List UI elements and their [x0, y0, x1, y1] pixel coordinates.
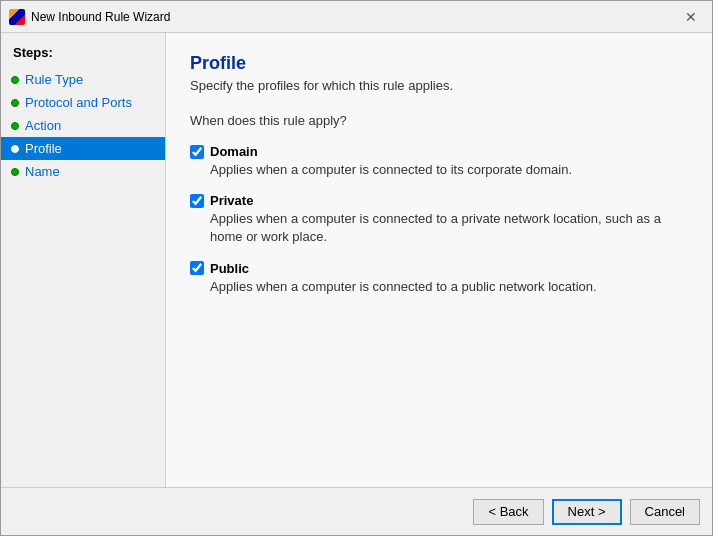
page-title: Profile	[190, 53, 688, 74]
cancel-button[interactable]: Cancel	[630, 499, 700, 525]
option-header-public: Public	[190, 261, 688, 276]
step-dot-action	[11, 122, 19, 130]
step-dot-protocol-ports	[11, 99, 19, 107]
title-bar: New Inbound Rule Wizard ✕	[1, 1, 712, 33]
checkbox-private[interactable]	[190, 194, 204, 208]
option-header-domain: Domain	[190, 144, 688, 159]
question-label: When does this rule apply?	[190, 113, 688, 128]
step-dot-profile	[11, 145, 19, 153]
sidebar-item-action[interactable]: Action	[1, 114, 165, 137]
sidebar-item-name[interactable]: Name	[1, 160, 165, 183]
option-group: DomainApplies when a computer is connect…	[190, 144, 688, 296]
sidebar-item-label: Rule Type	[25, 72, 83, 87]
sidebar-item-rule-type[interactable]: Rule Type	[1, 68, 165, 91]
sidebar: Steps: Rule TypeProtocol and PortsAction…	[1, 33, 166, 487]
step-dot-rule-type	[11, 76, 19, 84]
option-desc-private: Applies when a computer is connected to …	[210, 210, 688, 246]
back-button[interactable]: < Back	[473, 499, 543, 525]
option-desc-public: Applies when a computer is connected to …	[210, 278, 688, 296]
sidebar-item-label: Protocol and Ports	[25, 95, 132, 110]
sidebar-item-profile[interactable]: Profile	[1, 137, 165, 160]
wizard-icon	[9, 9, 25, 25]
sidebar-item-protocol-ports[interactable]: Protocol and Ports	[1, 91, 165, 114]
option-header-private: Private	[190, 193, 688, 208]
step-dot-name	[11, 168, 19, 176]
checkbox-public[interactable]	[190, 261, 204, 275]
checkbox-domain[interactable]	[190, 145, 204, 159]
option-item-public: PublicApplies when a computer is connect…	[190, 261, 688, 296]
content-area: Steps: Rule TypeProtocol and PortsAction…	[1, 33, 712, 487]
next-button[interactable]: Next >	[552, 499, 622, 525]
page-subtitle: Specify the profiles for which this rule…	[190, 78, 688, 93]
wizard-window: New Inbound Rule Wizard ✕ Steps: Rule Ty…	[0, 0, 713, 536]
main-panel: Profile Specify the profiles for which t…	[166, 33, 712, 487]
option-label-domain: Domain	[210, 144, 258, 159]
window-title: New Inbound Rule Wizard	[31, 10, 678, 24]
steps-label: Steps:	[1, 45, 165, 68]
option-label-private: Private	[210, 193, 253, 208]
option-item-private: PrivateApplies when a computer is connec…	[190, 193, 688, 246]
sidebar-item-label: Profile	[25, 141, 62, 156]
sidebar-item-label: Name	[25, 164, 60, 179]
close-button[interactable]: ✕	[678, 7, 704, 27]
footer: < Back Next > Cancel	[1, 487, 712, 535]
option-desc-domain: Applies when a computer is connected to …	[210, 161, 688, 179]
sidebar-item-label: Action	[25, 118, 61, 133]
option-item-domain: DomainApplies when a computer is connect…	[190, 144, 688, 179]
option-label-public: Public	[210, 261, 249, 276]
